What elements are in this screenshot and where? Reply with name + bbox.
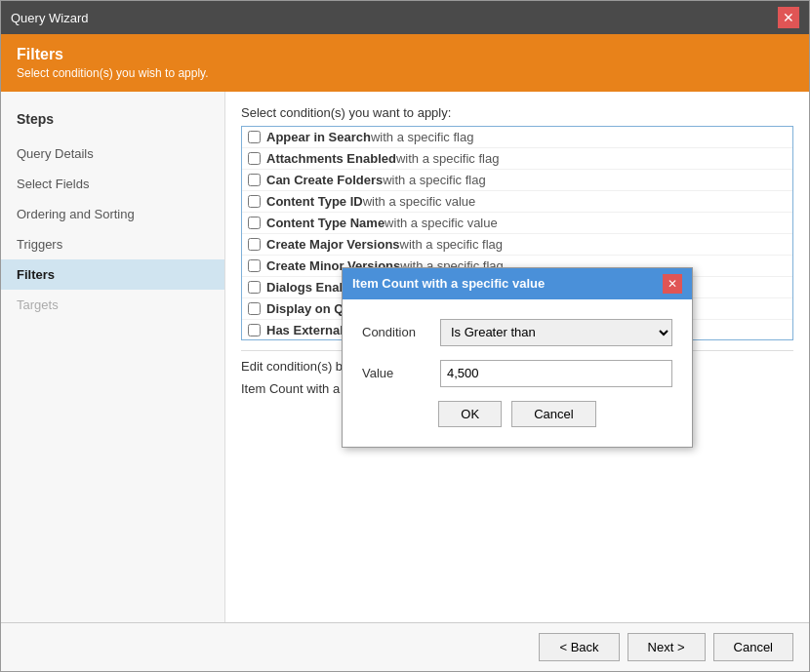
- item-count-dialog: Item Count with a specific value ✕ Condi…: [342, 267, 693, 448]
- dialog-overlay: Item Count with a specific value ✕ Condi…: [225, 92, 809, 622]
- value-row: Value: [362, 360, 672, 387]
- header-subtitle: Select condition(s) you wish to apply.: [17, 66, 793, 80]
- dialog-title-bar: Item Count with a specific value ✕: [343, 268, 692, 299]
- sidebar: Steps Query Details Select Fields Orderi…: [1, 92, 225, 622]
- cancel-button[interactable]: Cancel: [713, 633, 793, 661]
- sidebar-item-ordering-sorting[interactable]: Ordering and Sorting: [1, 199, 224, 229]
- condition-select[interactable]: Is Greater thanIs Less thanIs Equal toIs…: [440, 319, 672, 346]
- title-bar: Query Wizard ✕: [1, 1, 809, 34]
- ok-button[interactable]: OK: [438, 401, 502, 427]
- window-title: Query Wizard: [11, 11, 88, 25]
- back-button[interactable]: < Back: [539, 633, 619, 661]
- sidebar-item-targets: Targets: [1, 290, 224, 320]
- sidebar-item-triggers[interactable]: Triggers: [1, 229, 224, 259]
- footer: < Back Next > Cancel: [1, 622, 809, 671]
- condition-label: Condition: [362, 325, 440, 339]
- dialog-buttons: OK Cancel: [362, 401, 672, 427]
- sidebar-item-query-details[interactable]: Query Details: [1, 138, 224, 169]
- window-close-button[interactable]: ✕: [778, 7, 799, 28]
- query-wizard-window: Query Wizard ✕ Filters Select condition(…: [0, 0, 810, 672]
- condition-row: Condition Is Greater thanIs Less thanIs …: [362, 319, 672, 346]
- sidebar-title: Steps: [1, 103, 224, 138]
- dialog-title: Item Count with a specific value: [352, 276, 545, 291]
- content-area: Steps Query Details Select Fields Orderi…: [1, 92, 809, 622]
- value-label: Value: [362, 366, 440, 380]
- value-input[interactable]: [440, 360, 672, 387]
- cancel-button[interactable]: Cancel: [511, 401, 595, 427]
- header-bar: Filters Select condition(s) you wish to …: [1, 34, 809, 92]
- sidebar-item-filters[interactable]: Filters: [1, 259, 224, 290]
- header-title: Filters: [17, 46, 793, 63]
- dialog-body: Condition Is Greater thanIs Less thanIs …: [343, 299, 692, 447]
- next-button[interactable]: Next >: [628, 633, 706, 661]
- dialog-close-button[interactable]: ✕: [663, 274, 682, 294]
- main-panel: Select condition(s) you want to apply: A…: [225, 92, 809, 622]
- sidebar-item-select-fields[interactable]: Select Fields: [1, 169, 224, 199]
